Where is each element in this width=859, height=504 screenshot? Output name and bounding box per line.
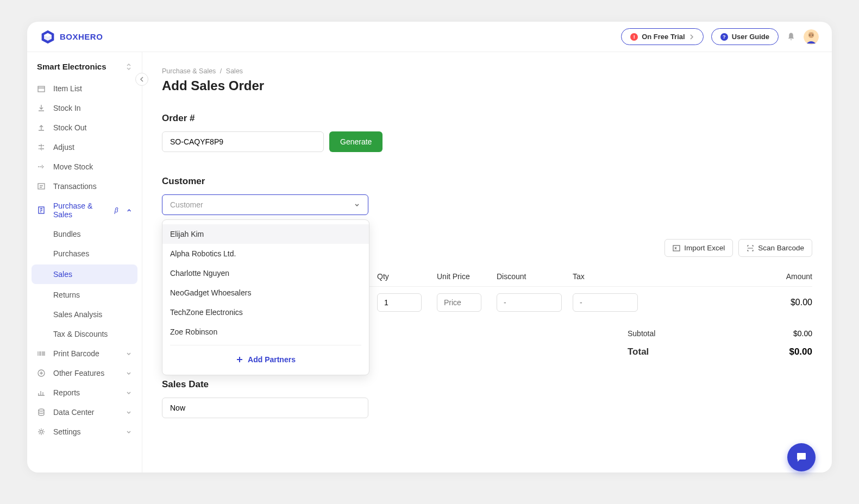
box-icon — [37, 84, 46, 93]
beta-badge: β — [115, 206, 118, 214]
sidebar-item-print-barcode[interactable]: Print Barcode — [27, 344, 142, 363]
svg-point-4 — [812, 34, 813, 35]
price-input[interactable] — [437, 293, 481, 312]
bell-icon[interactable] — [786, 32, 796, 42]
sidebar-item-reports[interactable]: Reports — [27, 383, 142, 402]
gear-icon — [37, 427, 46, 436]
dropdown-option[interactable]: Alpha Robotics Ltd. — [162, 244, 369, 263]
sidebar-item-move-stock[interactable]: Move Stock — [27, 157, 142, 177]
amount-cell: $0.00 — [649, 298, 812, 307]
upload-icon — [37, 123, 46, 132]
sidebar-sub-returns[interactable]: Returns — [27, 285, 142, 305]
sidebar-item-transactions[interactable]: Transactions — [27, 177, 142, 196]
user-guide-button[interactable]: ? User Guide — [711, 28, 779, 45]
page-title: Add Sales Order — [162, 78, 812, 93]
chart-icon — [37, 388, 46, 397]
dropdown-option[interactable]: Charlotte Nguyen — [162, 263, 369, 283]
import-excel-button[interactable]: Import Excel — [664, 239, 733, 257]
logo-icon — [40, 29, 55, 45]
receipt-icon — [37, 206, 46, 215]
sidebar-sub-sales-analysis[interactable]: Sales Analysis — [27, 305, 142, 324]
qty-input[interactable] — [377, 293, 422, 312]
dropdown-option[interactable]: NeoGadget Whoesalers — [162, 283, 369, 303]
sidebar-sub-tax-discounts[interactable]: Tax & Discounts — [27, 324, 142, 344]
trial-button[interactable]: ! On Free Trial — [621, 28, 703, 45]
svg-point-9 — [39, 409, 44, 411]
download-icon — [37, 104, 46, 112]
scan-barcode-button[interactable]: Scan Barcode — [738, 239, 812, 257]
svg-rect-5 — [38, 86, 45, 92]
adjust-icon — [37, 143, 46, 152]
dropdown-option[interactable]: Elijah Kim — [162, 224, 369, 244]
add-partners-button[interactable]: Add Partners — [162, 349, 369, 370]
excel-icon — [673, 244, 680, 252]
sales-date-label: Sales Date — [162, 379, 812, 390]
sort-icon — [126, 63, 132, 71]
generate-button[interactable]: Generate — [329, 131, 383, 152]
sales-date-input[interactable] — [162, 398, 368, 418]
breadcrumb-parent[interactable]: Purchase & Sales — [162, 67, 216, 75]
move-icon — [37, 162, 46, 171]
breadcrumb: Purchase & Sales / Sales — [162, 67, 812, 75]
chevron-up-icon — [126, 207, 132, 213]
collapse-sidebar-button[interactable] — [135, 73, 148, 86]
plus-icon — [236, 356, 243, 363]
scan-icon — [747, 244, 754, 252]
logo[interactable]: BOXHERO — [40, 29, 103, 45]
transactions-icon — [37, 182, 46, 191]
chat-fab[interactable] — [787, 443, 816, 471]
sidebar-item-stock-in[interactable]: Stock In — [27, 98, 142, 118]
svg-point-3 — [810, 34, 811, 35]
chat-icon — [795, 451, 808, 464]
chevron-down-icon — [126, 429, 132, 435]
svg-rect-6 — [38, 184, 45, 189]
chevron-left-icon — [139, 77, 145, 82]
svg-point-10 — [40, 431, 43, 433]
customer-label: Customer — [162, 176, 812, 187]
sidebar-item-purchase-sales[interactable]: Purchase & Sales β — [27, 196, 142, 224]
order-number-input[interactable] — [162, 131, 324, 152]
help-icon: ? — [720, 33, 728, 41]
database-icon — [37, 408, 46, 417]
sidebar-item-item-list[interactable]: Item List — [27, 79, 142, 98]
svg-rect-11 — [673, 245, 680, 251]
dropdown-option[interactable]: Zoe Robinson — [162, 322, 369, 342]
chevron-down-icon — [126, 389, 132, 396]
svg-point-2 — [808, 32, 814, 38]
sidebar-item-stock-out[interactable]: Stock Out — [27, 118, 142, 137]
sidebar-sub-bundles[interactable]: Bundles — [27, 224, 142, 244]
sidebar-sub-sales[interactable]: Sales — [32, 264, 137, 284]
chevron-down-icon — [126, 370, 132, 376]
breadcrumb-current: Sales — [226, 67, 243, 75]
avatar[interactable] — [804, 29, 819, 45]
customer-dropdown: Elijah Kim Alpha Robotics Ltd. Charlotte… — [162, 219, 369, 375]
tax-input[interactable] — [573, 293, 638, 312]
chevron-down-icon — [126, 350, 132, 357]
customer-select[interactable]: Customer — [162, 194, 368, 215]
sidebar-item-adjust[interactable]: Adjust — [27, 137, 142, 157]
sidebar-item-data-center[interactable]: Data Center — [27, 402, 142, 422]
discount-input[interactable] — [497, 293, 562, 312]
alert-icon: ! — [630, 33, 638, 41]
chevron-right-icon — [689, 34, 694, 40]
chevron-down-icon — [354, 201, 360, 208]
brand-name: BOXHERO — [60, 32, 103, 41]
plus-circle-icon — [37, 369, 46, 377]
team-selector[interactable]: Smart Electronics — [27, 62, 142, 79]
dropdown-option[interactable]: TechZone Electronics — [162, 303, 369, 322]
sidebar: Smart Electronics Item List Stock In Sto… — [27, 52, 142, 472]
main-content: Purchase & Sales / Sales Add Sales Order… — [142, 52, 832, 472]
sidebar-sub-purchases[interactable]: Purchases — [27, 244, 142, 263]
barcode-icon — [37, 349, 46, 358]
sidebar-item-other-features[interactable]: Other Features — [27, 363, 142, 383]
chevron-down-icon — [126, 409, 132, 415]
order-label: Order # — [162, 113, 812, 124]
sidebar-item-settings[interactable]: Settings — [27, 422, 142, 442]
